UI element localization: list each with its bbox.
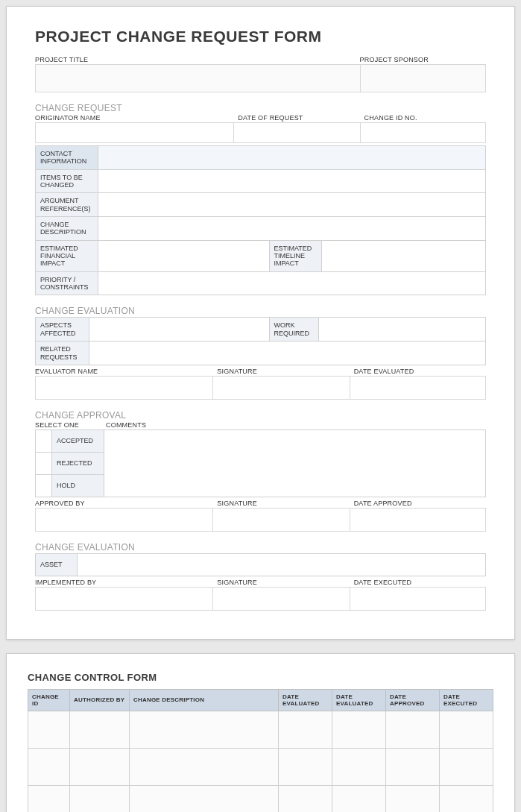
- ccf-date-evaluated-1-header: DATE EVALUATED: [279, 689, 332, 711]
- change-id-label: CHANGE ID NO.: [360, 114, 486, 122]
- originator-name-label: ORIGINATOR NAME: [35, 114, 233, 122]
- ccf-cell[interactable]: [130, 711, 279, 748]
- change-control-form-page: CHANGE CONTROL FORM CHANGE ID AUTHORIZED…: [6, 653, 515, 812]
- form-title: PROJECT CHANGE REQUEST FORM: [35, 28, 486, 45]
- priority-constraints-header: PRIORITY / CONSTRAINTS: [36, 271, 98, 295]
- change-id-input[interactable]: [360, 122, 486, 143]
- ccf-cell[interactable]: [130, 785, 279, 812]
- project-sponsor-input[interactable]: [360, 64, 486, 92]
- ccf-cell[interactable]: [279, 785, 332, 812]
- accepted-label: ACCEPTED: [52, 429, 104, 452]
- related-requests-header: RELATED REQUESTS: [36, 342, 89, 365]
- estimated-timeline-header: ESTIMATED TIMELINE IMPACT: [269, 240, 321, 271]
- comments-input[interactable]: [104, 429, 486, 497]
- ccf-cell[interactable]: [70, 748, 130, 785]
- ccf-cell[interactable]: [332, 748, 386, 785]
- ccf-cell[interactable]: [28, 711, 70, 748]
- approved-by-input[interactable]: [35, 508, 212, 532]
- estimated-timeline-input[interactable]: [321, 240, 485, 271]
- approval-signature-input[interactable]: [212, 508, 349, 532]
- change-description-input[interactable]: [98, 217, 486, 241]
- items-changed-input[interactable]: [98, 169, 486, 193]
- project-title-input[interactable]: [35, 64, 360, 92]
- ccf-date-evaluated-2-header: DATE EVALUATED: [332, 689, 386, 711]
- change-description-header: CHANGE DESCRIPTION: [36, 217, 98, 241]
- contact-information-header: CONTACT INFORMATION: [36, 146, 98, 170]
- project-title-label: PROJECT TITLE: [35, 56, 360, 64]
- date-executed-input[interactable]: [350, 587, 486, 611]
- section-change-request: CHANGE REQUEST: [35, 103, 486, 113]
- ccf-authorized-by-header: AUTHORIZED BY: [70, 689, 130, 711]
- estimated-financial-header: ESTIMATED FINANCIAL IMPACT: [36, 240, 98, 271]
- impl-signature-label: SIGNATURE: [212, 579, 349, 587]
- ccf-cell[interactable]: [70, 711, 130, 748]
- related-requests-input[interactable]: [89, 342, 486, 365]
- ccf-cell[interactable]: [332, 785, 386, 812]
- change-evaluation-grid: ASPECTS AFFECTED WORK REQUIRED RELATED R…: [35, 317, 486, 365]
- asset-header: ASSET: [36, 553, 78, 576]
- date-of-request-input[interactable]: [233, 122, 359, 143]
- section-change-approval: CHANGE APPROVAL: [35, 410, 486, 421]
- ccf-cell[interactable]: [440, 748, 493, 785]
- work-required-header: WORK REQUIRED: [269, 318, 318, 342]
- impl-signature-input[interactable]: [212, 587, 349, 611]
- work-required-input[interactable]: [318, 318, 485, 342]
- ccf-cell[interactable]: [28, 748, 70, 785]
- ccf-change-description-header: CHANGE DESCRIPTION: [130, 689, 279, 711]
- ccf-cell[interactable]: [279, 748, 332, 785]
- ccf-row: [28, 785, 493, 812]
- evaluator-name-label: EVALUATOR NAME: [35, 368, 212, 376]
- ccf-cell[interactable]: [440, 711, 493, 748]
- ccf-cell[interactable]: [28, 785, 70, 812]
- ccf-cell[interactable]: [332, 711, 386, 748]
- implemented-by-input[interactable]: [35, 587, 212, 611]
- contact-information-input[interactable]: [98, 146, 486, 170]
- section-change-evaluation: CHANGE EVALUATION: [35, 306, 486, 316]
- rejected-checkbox[interactable]: [36, 452, 52, 474]
- asset-grid: ASSET: [35, 553, 486, 576]
- date-executed-label: DATE EXECUTED: [350, 579, 486, 587]
- date-approved-input[interactable]: [350, 508, 486, 532]
- select-one-label: SELECT ONE: [35, 421, 106, 429]
- ccf-date-executed-header: DATE EXECUTED: [440, 689, 493, 711]
- argument-reference-header: ARGUMENT REFERENCE(S): [36, 193, 98, 217]
- change-control-form-title: CHANGE CONTROL FORM: [28, 672, 493, 683]
- ccf-cell[interactable]: [130, 748, 279, 785]
- evaluator-signature-label: SIGNATURE: [212, 368, 349, 376]
- rejected-label: REJECTED: [52, 452, 104, 474]
- priority-constraints-input[interactable]: [98, 271, 486, 295]
- section-change-evaluation-2: CHANGE EVALUATION: [35, 542, 486, 553]
- project-sponsor-label: PROJECT SPONSOR: [360, 56, 486, 64]
- hold-checkbox[interactable]: [36, 474, 52, 497]
- date-evaluated-input[interactable]: [350, 376, 486, 400]
- change-request-grid: CONTACT INFORMATION ITEMS TO BE CHANGED …: [35, 145, 486, 295]
- asset-input[interactable]: [78, 553, 486, 576]
- aspects-affected-header: ASPECTS AFFECTED: [36, 318, 89, 342]
- ccf-cell[interactable]: [440, 785, 493, 812]
- date-approved-label: DATE APPROVED: [350, 500, 486, 508]
- date-of-request-label: DATE OF REQUEST: [233, 114, 359, 122]
- ccf-cell[interactable]: [386, 785, 440, 812]
- accepted-checkbox[interactable]: [36, 429, 52, 452]
- ccf-change-id-header: CHANGE ID: [28, 689, 70, 711]
- ccf-cell[interactable]: [70, 785, 130, 812]
- originator-name-input[interactable]: [35, 122, 233, 143]
- ccf-row: [28, 748, 493, 785]
- ccf-row: [28, 711, 493, 748]
- aspects-affected-input[interactable]: [89, 318, 270, 342]
- items-changed-header: ITEMS TO BE CHANGED: [36, 169, 98, 193]
- evaluator-signature-input[interactable]: [212, 376, 349, 400]
- approval-grid: ACCEPTED REJECTED HOLD: [35, 429, 486, 497]
- approval-signature-label: SIGNATURE: [212, 500, 349, 508]
- hold-label: HOLD: [52, 474, 104, 497]
- ccf-cell[interactable]: [386, 748, 440, 785]
- ccf-cell[interactable]: [386, 711, 440, 748]
- date-evaluated-label: DATE EVALUATED: [350, 368, 486, 376]
- project-change-request-form: PROJECT CHANGE REQUEST FORM PROJECT TITL…: [6, 6, 515, 640]
- ccf-date-approved-header: DATE APPROVED: [386, 689, 440, 711]
- argument-reference-input[interactable]: [98, 193, 486, 217]
- change-control-table: CHANGE ID AUTHORIZED BY CHANGE DESCRIPTI…: [28, 689, 493, 812]
- evaluator-name-input[interactable]: [35, 376, 212, 400]
- ccf-cell[interactable]: [279, 711, 332, 748]
- estimated-financial-input[interactable]: [98, 240, 270, 271]
